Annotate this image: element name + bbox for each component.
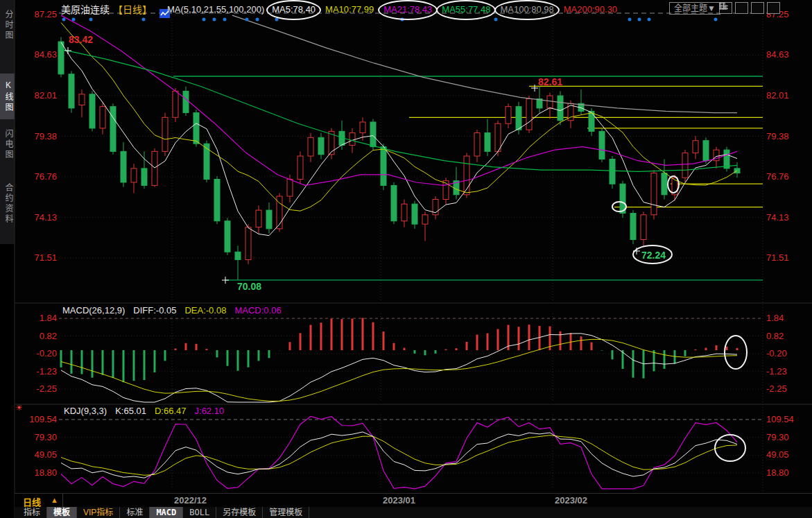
signal-dot [202,18,206,21]
kdj-axis-label-right: 18.80 [766,467,789,478]
macd-panel-header: MACD(26,12,9) DIFF:-0.05 DEA:-0.08 MACD:… [62,305,282,316]
candle-body [682,153,688,178]
macd-axis-label-right: -0.20 [766,348,787,359]
candle-body [516,107,521,130]
annotation-text-70.08: 70.08 [237,281,261,292]
tab-MACD[interactable]: MACD [150,507,183,518]
annotation-circle [715,435,745,461]
tab-标准[interactable]: 标准 [120,507,150,518]
period-tag: 【日线】 [113,2,152,16]
signal-dot [401,18,404,21]
candle-body [693,141,698,153]
symbol-title: 美原油连续 [61,2,110,16]
date-label-1: 2023/01 [383,495,415,506]
kdj-axis-label-right: 49.05 [766,449,789,460]
candle-body [558,96,563,121]
candle-body [641,215,646,240]
tab-VIP指标[interactable]: VIP指标 [77,507,120,518]
price-axis-label-left: 82.01 [15,90,57,101]
signal-dot [638,18,641,21]
kdj-j-value: J:62.10 [195,406,225,416]
date-axis-bar: 日线 ▲ 2022/122023/012023/02 [15,493,812,508]
macd-dea-line [61,339,737,401]
axis-vertical-icon[interactable] [735,2,748,14]
signal-dot [494,18,498,21]
split-pane-icon[interactable] [767,2,780,14]
macd-axis-label-right: 0.82 [766,331,784,341]
candle-body [173,91,178,117]
theme-selector[interactable]: 全部主题▼ [669,2,720,15]
candle-body [121,151,126,182]
ma-settings-label: MA(5,10,21,55,100,200) [167,4,264,15]
macd-axis-label-left: 0.82 [15,331,57,341]
price-axis-label-right: 82.01 [766,90,789,101]
candle-body [204,144,209,179]
axis-horizontal-icon[interactable] [751,2,764,14]
signal-dot [142,18,146,21]
signal-dot [628,18,632,21]
period-up-arrow-icon[interactable]: ▲ [51,496,58,504]
candle-body [526,99,532,130]
ma-value-2: MA21:78.43 [383,4,432,15]
macd-axis-label-right: -2.25 [766,383,787,394]
ma-value-4: MA100:80.98 [500,4,553,15]
kdj-formula: KDJ(9,3,3) [64,406,107,416]
price-axis-label-right: 71.51 [766,252,789,263]
candle-body [360,122,365,133]
annotation-text-82.61: 82.61 [538,76,562,87]
kdj-k-line [61,432,737,478]
candle-body [89,94,95,128]
candle-body [318,137,324,155]
macd-dea-value: DEA:-0.08 [184,305,226,316]
ma21-line [61,15,737,185]
chart-canvas[interactable] [0,0,812,518]
candle-body [162,117,168,151]
candle-body [443,181,449,200]
trading-app-window: 分时图K线图闪电图合约资料 美原油连续 【日线】 MA(5,10,21,55,1… [0,0,812,518]
signal-dot [223,18,227,21]
date-label-2: 2023/02 [555,495,587,506]
candle-body [225,221,230,252]
signal-dot [275,18,279,21]
candle-body [100,107,105,128]
candle-body [547,96,553,108]
tab-BOLL[interactable]: BOLL [183,507,216,518]
kdj-axis-label-left: 49.05 [15,449,57,460]
tab-管理模板[interactable]: 管理模板 [263,507,309,518]
candle-body [69,74,74,108]
candle-body [651,173,657,215]
signal-dot [256,18,259,21]
macd-axis-label-left: -0.20 [15,348,57,359]
candle-body [214,179,220,221]
candle-body [297,156,303,179]
price-axis-label-left: 71.51 [15,252,57,263]
candle-body [79,94,85,105]
ma-value-1: MA10:77.99 [325,4,374,15]
ma-value-5: MA200:90.30 [564,4,617,15]
ma-value-3: MA55:77.48 [442,4,490,15]
candle-body [152,151,157,185]
tab-模板[interactable]: 模板 [47,507,77,518]
ma10-line [61,23,737,211]
ma100-line [232,15,737,113]
candle-body [599,131,605,159]
macd-axis-label-right: 1.84 [766,313,784,323]
signal-dot [72,18,76,21]
macd-formula: MACD(26,12,9) [62,305,125,316]
tab-指标[interactable]: 指标 [17,507,47,518]
candle-body [506,107,511,124]
kdj-k-value: K:65.01 [115,406,146,416]
indicator-settings-icon[interactable]: ☀ [15,403,23,413]
kdj-panel-header: KDJ(9,3,3) K:65.01 D:66.47 J:62.10 [64,406,224,416]
candle-body [256,210,261,227]
candle-body [401,204,407,221]
candle-body [391,185,397,221]
signal-dot [62,18,66,21]
candle-body [235,252,241,259]
candle-body [589,111,594,131]
divider [62,494,63,507]
candle-body [308,137,313,156]
tab-另存模板[interactable]: 另存模板 [216,507,263,518]
ma-values-row: MA5:78.40MA10:77.99MA21:78.43MA55:77.48M… [272,4,617,15]
ma55-line [61,49,737,171]
